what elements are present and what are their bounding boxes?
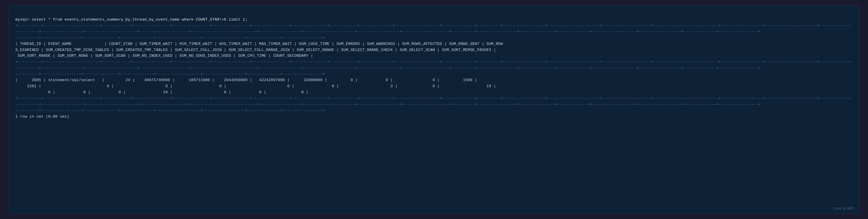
column-header-3: SUM_SORT_RANGE | SUM_SORT_ROWS | SUM_SOR…: [16, 54, 313, 58]
separator-bottom-3: ----------+-----------------+-----------…: [16, 108, 324, 113]
separator-bottom-1: +----------+------------------------+---…: [16, 96, 852, 101]
command-line: mysql> select * from events_statements_s…: [16, 18, 247, 22]
column-header-1: | THREAD_ID | EVENT_NAME | COUNT_STAR | …: [16, 42, 503, 46]
separator-middle-2: ----------+------------------+----------…: [16, 66, 761, 70]
result-summary: 1 row in set (0.00 sec): [16, 114, 69, 119]
data-row-2: 2261 | 0 | 0 | 0 | 0 | 0 | 3 | 0 | 19 |: [16, 84, 496, 88]
separator-middle-1: +----------+------------------------+---…: [16, 60, 852, 64]
terminal-content: mysql> select * from events_statements_s…: [16, 11, 852, 126]
column-header-2: S_EXAMINED | SUM_CREATED_TMP_DISK_TABLES…: [16, 48, 496, 52]
separator-top-2: ----------+------------------+----------…: [16, 30, 761, 34]
separator-bottom-2: ----------+------------------+----------…: [16, 102, 761, 107]
watermark-text: CSDN @小愚竹: [833, 206, 855, 211]
separator-top-3: ----------+-----------------+-----------…: [16, 36, 324, 40]
separator-top-1: +----------+------------------------+---…: [16, 24, 852, 28]
separator-middle-3: ----------+-----------------+-----------…: [16, 72, 324, 76]
data-row-3: 0 | 0 | 0 | 19 | 0 | 0 | 0 |: [16, 90, 308, 94]
data-row-1: | 2085 | statement/sql/select | 24 | 490…: [16, 78, 477, 82]
terminal-window: mysql> select * from events_statements_s…: [9, 5, 859, 214]
